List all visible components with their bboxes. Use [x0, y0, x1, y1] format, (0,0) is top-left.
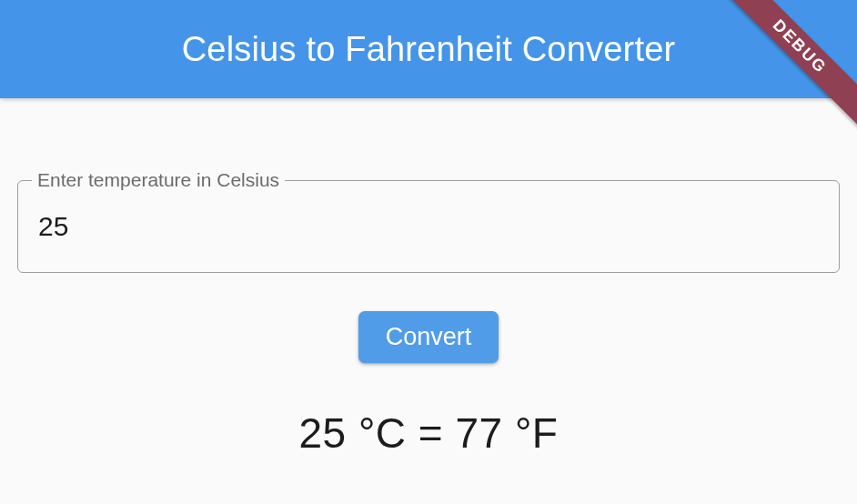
- celsius-input-label: Enter temperature in Celsius: [32, 169, 285, 191]
- app-title: Celsius to Fahrenheit Converter: [182, 30, 676, 69]
- result-text: 25 °C = 77 °F: [299, 408, 559, 458]
- content-area: Enter temperature in Celsius Convert 25 …: [0, 98, 857, 458]
- app-bar: Celsius to Fahrenheit Converter: [0, 0, 857, 98]
- celsius-input[interactable]: [38, 211, 819, 242]
- celsius-field-wrapper: Enter temperature in Celsius: [17, 180, 840, 273]
- celsius-field-outline: [17, 180, 840, 273]
- convert-button[interactable]: Convert: [358, 311, 499, 363]
